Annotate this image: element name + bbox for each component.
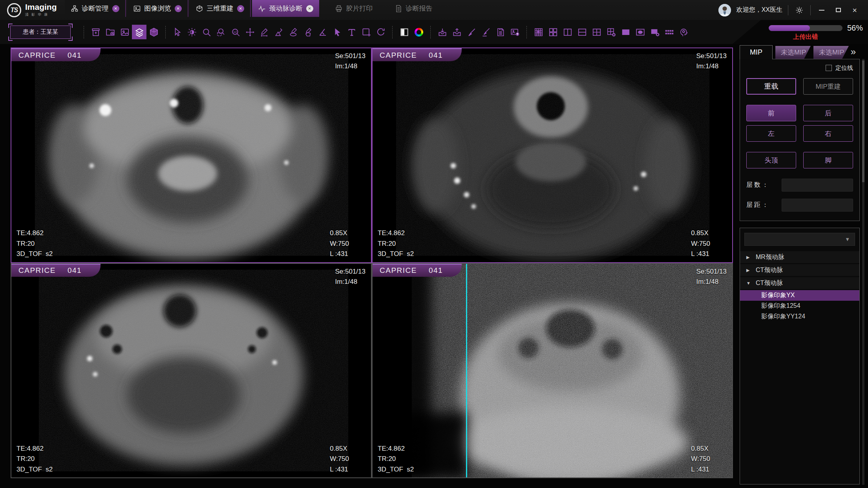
viewport-top-right[interactable]: CAPRICE 041 Se:501/13Im:1/48 TE:4.862TR:… [372, 48, 733, 263]
folder-add-icon [105, 27, 115, 37]
slice-gap-input[interactable] [782, 199, 853, 212]
slice-count-input[interactable] [782, 179, 853, 192]
settings-button[interactable] [794, 5, 805, 16]
brightness-icon [187, 27, 197, 37]
tool-draw-polygon-button[interactable] [301, 25, 315, 39]
avatar[interactable] [718, 4, 731, 16]
tool-zoom-button[interactable] [199, 25, 214, 39]
tool-pan-button[interactable] [243, 25, 257, 39]
tree-child-impression-yx[interactable]: 影像印象YX [740, 290, 859, 301]
sidebar-scrollbar[interactable] [862, 59, 864, 485]
tab-film-print[interactable]: 胶片打印 [329, 0, 379, 17]
chevron-double-right-icon[interactable]: » [851, 46, 860, 59]
mip-sidebar: MIP 未选MIP 未选MIP » 定位线 重载 MIP重建 前 后 左 右 头… [740, 44, 860, 485]
close-window-button[interactable]: × [849, 5, 860, 16]
viewport-top-left[interactable]: CAPRICE 041 Se:501/13Im:1/48 TE:4.862TR:… [11, 48, 372, 263]
tree-expanded-icon[interactable]: ▼ [746, 281, 751, 285]
tool-measure-angle-button[interactable] [315, 25, 330, 39]
tree-collapsed-icon[interactable]: ▶ [746, 268, 751, 273]
overlay-sequence-info: TE:4.862TR:203D_TOF s2 [378, 444, 414, 475]
direction-left-button[interactable]: 左 [746, 125, 796, 142]
series-dropdown[interactable]: ▼ [744, 233, 855, 246]
tool-draw-ellipse-button[interactable] [286, 25, 301, 39]
scrollbar-thumb[interactable] [862, 60, 864, 182]
tab-image-browse[interactable]: 图像浏览 × [127, 0, 188, 17]
minimize-button[interactable] [816, 5, 827, 16]
overlay-window-info: 0.85XW:750L :431 [330, 444, 349, 475]
direction-head-button[interactable]: 头顶 [746, 152, 796, 168]
series-number: 041 [68, 266, 82, 275]
direction-right-button[interactable]: 右 [803, 125, 853, 142]
layout-grid-2x2-button[interactable] [589, 25, 604, 39]
tool-rotate-reset-button[interactable] [373, 25, 388, 39]
tab-diagnosis-report[interactable]: 诊断报告 [389, 0, 439, 17]
sidebar-tab-unselected-mip-1[interactable]: 未选MIP [775, 46, 811, 59]
tree-item-ct-carotid-2[interactable]: ▼ CT颈动脉 [740, 277, 859, 289]
tool-upload-button[interactable] [450, 25, 464, 39]
tool-measure-draw-button[interactable] [272, 25, 286, 39]
layout-grid-remove-button[interactable] [604, 25, 618, 39]
tool-zoom-region-button[interactable] [214, 25, 228, 39]
series-panel: ▼ ▶ MR颈动脉 ▶ CT颈动脉 ▼ CT颈动脉 影像印象YX 影像印象125… [740, 228, 860, 484]
tool-volume-3d-button[interactable] [146, 25, 161, 39]
tab-label: 胶片打印 [346, 4, 373, 13]
direction-back-button[interactable]: 后 [803, 105, 853, 121]
tool-brush-line-button[interactable] [479, 25, 493, 39]
tool-layers-button[interactable] [132, 25, 146, 39]
direction-front-button[interactable]: 前 [746, 105, 796, 121]
reload-button[interactable]: 重载 [746, 78, 796, 95]
sidebar-tab-mip[interactable]: MIP [740, 45, 773, 59]
pan-icon [245, 27, 255, 37]
layout-tiles-button[interactable] [546, 25, 560, 39]
tree-item-ct-carotid-1[interactable]: ▶ CT颈动脉 [740, 264, 859, 276]
tree-child-impression-yy124[interactable]: 影像印象YY124 [740, 311, 859, 322]
mip-rebuild-button[interactable]: MIP重建 [803, 78, 853, 95]
tool-report-new-button[interactable] [493, 25, 508, 39]
tool-measure-length-button[interactable] [257, 25, 272, 39]
tab-carotid-diagnosis[interactable]: 颈动脉诊断 × [252, 0, 319, 17]
upload-error-text[interactable]: 上传出错 [769, 33, 842, 41]
patient-selector[interactable]: 患者：王某某 [10, 26, 71, 39]
tree-item-mr-carotid[interactable]: ▶ MR颈动脉 [740, 251, 859, 263]
layout-ellipse-focus-button[interactable] [633, 25, 647, 39]
layout-grid-dense-button[interactable] [531, 25, 546, 39]
tool-pointer-button[interactable] [330, 25, 344, 39]
tab-diagnosis-management[interactable]: 诊断管理 × [65, 0, 126, 17]
tool-brush-button[interactable] [464, 25, 479, 39]
toolbar-divider [526, 26, 527, 38]
viewport-bottom-left[interactable]: CAPRICE 041 Se:501/13Im:1/48 TE:4.862TR:… [11, 263, 372, 479]
tool-frame-add-button[interactable] [359, 25, 373, 39]
close-icon[interactable]: × [237, 5, 244, 12]
tool-image-export-button[interactable] [508, 25, 522, 39]
locator-line[interactable] [466, 264, 467, 478]
tool-cursor-button[interactable] [170, 25, 185, 39]
overlay-sequence-info: TE:4.862TR:203D_TOF s2 [16, 228, 53, 259]
layout-remove-button[interactable] [647, 25, 662, 39]
close-icon[interactable]: × [306, 5, 313, 12]
tool-text-annotation-button[interactable] [344, 25, 359, 39]
layout-single-button[interactable] [618, 25, 633, 39]
viewport-bottom-right[interactable]: CAPRICE 041 Se:501/13Im:1/48 TE:4.862TR:… [372, 263, 733, 479]
tool-photo-view-button[interactable] [117, 25, 132, 39]
locator-line-checkbox[interactable] [826, 65, 832, 71]
tool-archive-add-button[interactable] [88, 25, 103, 39]
tool-invert-grayscale-button[interactable] [397, 25, 411, 39]
overlay-window-info: 0.85XW:750L :431 [691, 444, 710, 475]
tool-zoom-2x-button[interactable]: x2 [228, 25, 243, 39]
sidebar-tab-unselected-mip-2[interactable]: 未选MIP [813, 46, 849, 59]
tool-folder-open-add-button[interactable] [103, 25, 117, 39]
close-icon[interactable]: × [175, 5, 182, 12]
maximize-button[interactable] [833, 5, 844, 16]
tool-download-button[interactable] [435, 25, 450, 39]
tab-3d-reconstruction[interactable]: 三维重建 × [190, 0, 251, 17]
close-icon[interactable]: × [112, 5, 119, 12]
tool-brightness-contrast-button[interactable] [185, 25, 199, 39]
layout-split-vertical-button[interactable] [560, 25, 575, 39]
layout-filmstrip-button[interactable] [662, 25, 676, 39]
layout-split-horizontal-button[interactable] [575, 25, 589, 39]
ai-assist-button[interactable] [676, 25, 691, 39]
tool-color-palette-button[interactable] [411, 25, 426, 39]
tree-collapsed-icon[interactable]: ▶ [746, 255, 751, 260]
direction-foot-button[interactable]: 脚 [803, 152, 853, 168]
tree-child-impression-1254[interactable]: 影像印象1254 [740, 301, 859, 311]
